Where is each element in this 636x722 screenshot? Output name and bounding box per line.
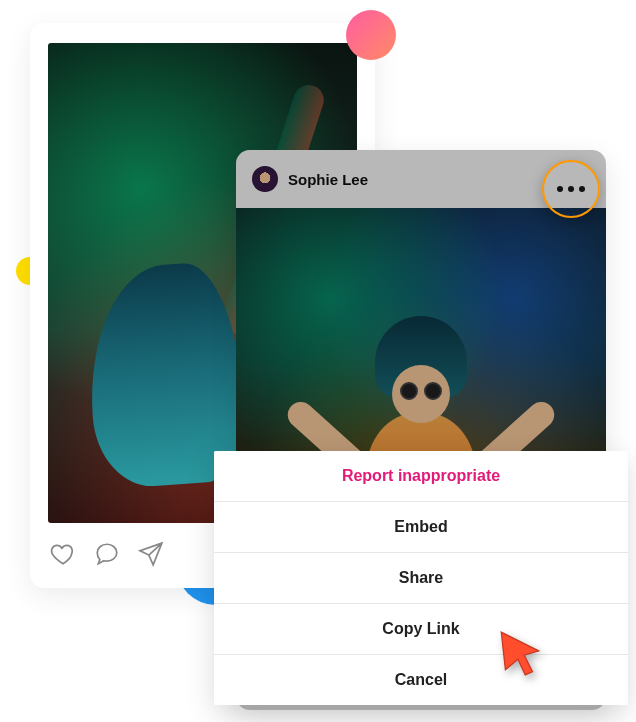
embed-option[interactable]: Embed	[214, 502, 628, 553]
avatar[interactable]	[252, 166, 278, 192]
copy-link-option[interactable]: Copy Link	[214, 604, 628, 655]
username[interactable]: Sophie Lee	[288, 171, 368, 188]
share-option[interactable]: Share	[214, 553, 628, 604]
paper-plane-icon[interactable]	[138, 541, 164, 567]
cursor-icon	[495, 628, 545, 678]
heart-icon[interactable]	[50, 541, 76, 567]
action-sheet: Report inappropriate Embed Share Copy Li…	[214, 451, 628, 705]
speech-bubble-icon[interactable]	[94, 541, 120, 567]
more-button[interactable]	[542, 160, 600, 218]
cancel-option[interactable]: Cancel	[214, 655, 628, 705]
report-option[interactable]: Report inappropriate	[214, 451, 628, 502]
decorative-circle-pink	[346, 10, 396, 60]
